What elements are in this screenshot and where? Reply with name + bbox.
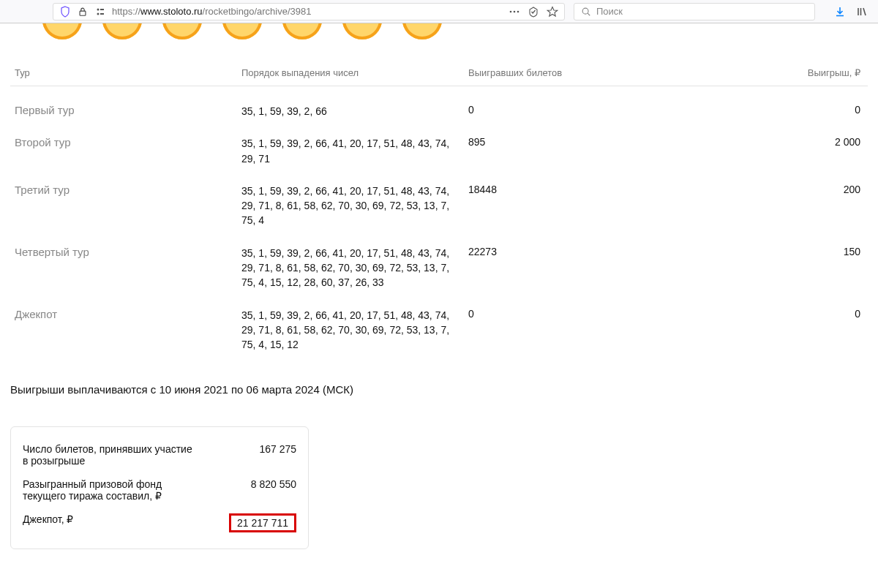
round-numbers: 35, 1, 59, 39, 2, 66 <box>237 86 464 119</box>
summary-box: Число билетов, принявших участие в розыг… <box>10 426 309 549</box>
summary-value: 21 217 711 <box>229 513 296 532</box>
star-icon[interactable] <box>547 6 558 18</box>
table-row: Третий тур 35, 1, 59, 39, 2, 66, 41, 20,… <box>10 166 868 228</box>
library-icon[interactable] <box>856 6 868 18</box>
lock-icon <box>77 6 89 18</box>
round-name: Первый тур <box>10 86 237 119</box>
round-numbers: 35, 1, 59, 39, 2, 66, 41, 20, 17, 51, 48… <box>237 166 464 228</box>
page-content: Тур Порядок выпадения чисел Выигравших б… <box>0 39 878 549</box>
coin-icon <box>402 23 442 39</box>
svg-point-3 <box>97 12 100 15</box>
search-icon <box>580 6 592 18</box>
round-prize: 0 <box>683 290 868 353</box>
col-prize: Выигрыш, ₽ <box>683 61 868 86</box>
table-row: Второй тур 35, 1, 59, 39, 2, 66, 41, 20,… <box>10 118 868 166</box>
summary-label: Число билетов, принявших участие в розыг… <box>23 443 198 467</box>
results-table: Тур Порядок выпадения чисел Выигравших б… <box>10 61 868 353</box>
round-winners: 22273 <box>464 228 683 290</box>
summary-value: 167 275 <box>259 443 296 455</box>
round-numbers: 35, 1, 59, 39, 2, 66, 41, 20, 17, 51, 48… <box>237 290 464 353</box>
summary-row-jackpot: Джекпот, ₽ 21 217 711 <box>23 508 296 538</box>
search-placeholder: Поиск <box>596 6 623 17</box>
round-numbers: 35, 1, 59, 39, 2, 66, 41, 20, 17, 51, 48… <box>237 118 464 166</box>
payout-note: Выигрыши выплачиваются с 10 июня 2021 по… <box>10 383 868 396</box>
round-prize: 150 <box>683 228 868 290</box>
svg-rect-2 <box>100 9 104 10</box>
svg-rect-4 <box>100 13 104 15</box>
summary-row-fund: Разыгранный призовой фонд текущего тираж… <box>23 472 296 508</box>
summary-label: Разыгранный призовой фонд текущего тираж… <box>23 478 198 502</box>
download-icon[interactable] <box>834 6 846 18</box>
round-winners: 18448 <box>464 166 683 228</box>
permissions-icon <box>94 6 106 18</box>
coin-icon <box>282 23 322 39</box>
round-prize: 200 <box>683 166 868 228</box>
table-row: Первый тур 35, 1, 59, 39, 2, 66 0 0 <box>10 86 868 119</box>
round-name: Третий тур <box>10 166 237 228</box>
coin-icon <box>42 23 82 39</box>
svg-point-8 <box>582 8 588 14</box>
reader-icon[interactable] <box>528 6 539 18</box>
round-name: Четвертый тур <box>10 228 237 290</box>
table-row: Джекпот 35, 1, 59, 39, 2, 66, 41, 20, 17… <box>10 290 868 353</box>
col-round: Тур <box>10 61 237 86</box>
summary-row-tickets: Число билетов, принявших участие в розыг… <box>23 437 296 472</box>
svg-point-7 <box>517 10 519 12</box>
shield-icon <box>59 6 71 18</box>
svg-point-6 <box>514 10 516 12</box>
round-name: Второй тур <box>10 118 237 166</box>
svg-point-5 <box>510 10 512 12</box>
round-prize: 0 <box>683 86 868 119</box>
round-winners: 0 <box>464 290 683 353</box>
round-winners: 895 <box>464 118 683 166</box>
col-order: Порядок выпадения чисел <box>237 61 464 86</box>
col-winners: Выигравших билетов <box>464 61 683 86</box>
more-icon[interactable] <box>509 6 520 18</box>
address-bar[interactable]: https://www.stoloto.ru/rocketbingo/archi… <box>53 3 565 20</box>
round-name: Джекпот <box>10 290 237 353</box>
coin-icon <box>342 23 382 39</box>
coin-icon <box>222 23 262 39</box>
table-row: Четвертый тур 35, 1, 59, 39, 2, 66, 41, … <box>10 228 868 290</box>
svg-point-1 <box>97 8 100 10</box>
coins-row <box>0 23 878 39</box>
svg-rect-0 <box>80 11 86 15</box>
svg-line-9 <box>588 13 590 15</box>
round-numbers: 35, 1, 59, 39, 2, 66, 41, 20, 17, 51, 48… <box>237 228 464 290</box>
round-winners: 0 <box>464 86 683 119</box>
browser-toolbar: https://www.stoloto.ru/rocketbingo/archi… <box>0 0 878 23</box>
coin-icon <box>102 23 142 39</box>
summary-label: Джекпот, ₽ <box>23 513 73 525</box>
url-text: https://www.stoloto.ru/rocketbingo/archi… <box>112 6 498 17</box>
coin-icon <box>162 23 202 39</box>
summary-value: 8 820 550 <box>251 478 296 490</box>
round-prize: 2 000 <box>683 118 868 166</box>
svg-line-13 <box>863 8 866 15</box>
jackpot-highlight: 21 217 711 <box>229 513 296 532</box>
search-box[interactable]: Поиск <box>574 3 815 20</box>
